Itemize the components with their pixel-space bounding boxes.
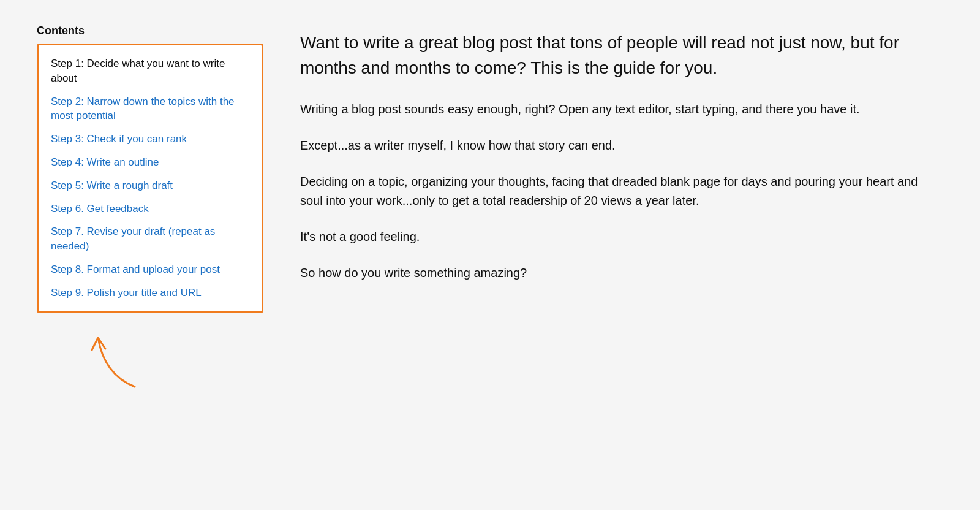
toc-item[interactable]: Step 7. Revise your draft (repeat as nee… <box>51 224 249 254</box>
body-paragraph-1: Except...as a writer myself, I know how … <box>300 136 943 155</box>
toc-link-step7[interactable]: Step 7. Revise your draft (repeat as nee… <box>51 226 215 252</box>
toc-link-step9[interactable]: Step 9. Polish your title and URL <box>51 287 202 299</box>
intro-paragraph: Want to write a great blog post that ton… <box>300 31 943 80</box>
toc-link-step8[interactable]: Step 8. Format and upload your post <box>51 264 220 275</box>
toc-item[interactable]: Step 8. Format and upload your post <box>51 262 249 277</box>
toc-box: Step 1: Decide what you want to write ab… <box>37 44 263 313</box>
toc-item[interactable]: Step 3: Check if you can rank <box>51 132 249 147</box>
contents-label: Contents <box>37 25 85 37</box>
body-paragraph-4: So how do you write something amazing? <box>300 264 943 283</box>
main-content: Want to write a great blog post that ton… <box>300 25 943 393</box>
toc-link-step4[interactable]: Step 4: Write an outline <box>51 156 159 168</box>
toc-text-step1: Step 1: Decide what you want to write ab… <box>51 58 225 84</box>
toc-item[interactable]: Step 2: Narrow down the topics with the … <box>51 94 249 124</box>
body-paragraph-3: It’s not a good feeling. <box>300 227 943 246</box>
toc-item[interactable]: Step 5: Write a rough draft <box>51 178 249 193</box>
toc-item[interactable]: Step 9. Polish your title and URL <box>51 286 249 300</box>
toc-link-step3[interactable]: Step 3: Check if you can rank <box>51 133 187 145</box>
toc-link-step5[interactable]: Step 5: Write a rough draft <box>51 180 173 191</box>
page-container: Contents Step 1: Decide what you want to… <box>37 25 943 393</box>
body-paragraph-2: Deciding on a topic, organizing your tho… <box>300 172 943 210</box>
toc-item[interactable]: Step 6. Get feedback <box>51 202 249 216</box>
arrow-container <box>86 319 159 393</box>
sidebar: Contents Step 1: Decide what you want to… <box>37 25 263 393</box>
toc-item[interactable]: Step 4: Write an outline <box>51 155 249 170</box>
curved-arrow-icon <box>86 319 159 393</box>
toc-link-step2[interactable]: Step 2: Narrow down the topics with the … <box>51 96 235 122</box>
toc-link-step6[interactable]: Step 6. Get feedback <box>51 203 149 215</box>
body-paragraph-0: Writing a blog post sounds easy enough, … <box>300 100 943 119</box>
toc-item: Step 1: Decide what you want to write ab… <box>51 56 249 86</box>
body-paragraphs: Writing a blog post sounds easy enough, … <box>300 100 943 283</box>
